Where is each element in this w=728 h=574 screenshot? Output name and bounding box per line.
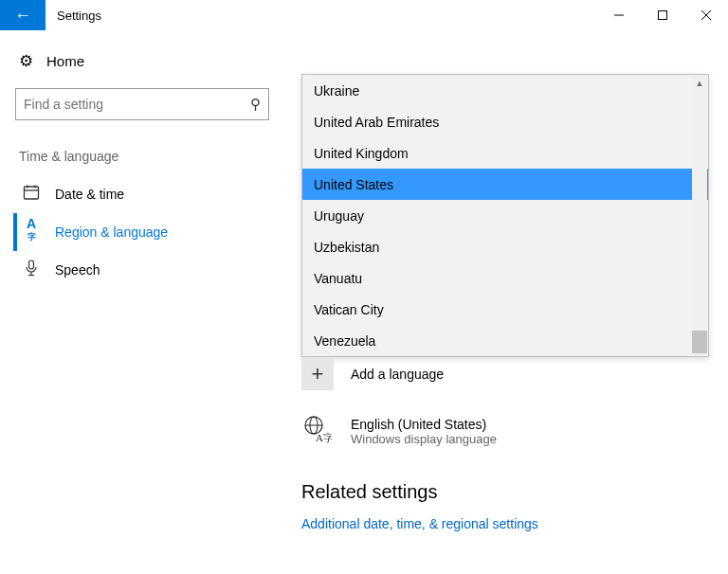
dropdown-item[interactable]: Uruguay <box>302 200 708 231</box>
content-pane: UkraineUnited Arab EmiratesUnited Kingdo… <box>284 30 728 574</box>
gear-icon: ⚙ <box>19 51 33 71</box>
below-dropdown: + Add a language A字 English (United Stat… <box>301 358 709 531</box>
add-language-label: Add a language <box>351 367 444 382</box>
add-language-button[interactable]: + Add a language <box>301 358 709 390</box>
window-controls <box>597 0 728 30</box>
back-arrow-icon: ← <box>14 6 31 26</box>
minimize-button[interactable] <box>597 0 641 30</box>
nav-group-label: Time & language <box>19 149 269 164</box>
dropdown-scrollbar[interactable]: ▲ <box>692 76 707 355</box>
current-language-text: English (United States) Windows display … <box>351 417 497 446</box>
dropdown-item[interactable]: Vatican City <box>302 294 708 325</box>
related-settings-heading: Related settings <box>301 481 709 503</box>
search-box[interactable]: ⚲ <box>15 88 269 120</box>
nav-item-label: Region & language <box>55 224 168 240</box>
main-area: ⚙ Home ⚲ Time & language Date & time A字 … <box>0 30 728 574</box>
region-dropdown-list[interactable]: UkraineUnited Arab EmiratesUnited Kingdo… <box>301 74 709 357</box>
nav-region-language[interactable]: A字 Region & language <box>13 213 269 251</box>
window-title: Settings <box>46 0 101 30</box>
nav-item-label: Date & time <box>55 187 124 202</box>
svg-rect-4 <box>25 187 39 199</box>
additional-settings-link[interactable]: Additional date, time, & regional settin… <box>301 516 709 531</box>
search-icon: ⚲ <box>250 96 261 113</box>
dropdown-item[interactable]: Venezuela <box>302 325 708 356</box>
home-label: Home <box>46 53 84 69</box>
globe-language-icon: A字 <box>301 415 334 447</box>
plus-icon: + <box>301 358 334 390</box>
scroll-thumb[interactable] <box>692 331 707 353</box>
svg-text:A字: A字 <box>316 432 332 443</box>
close-button[interactable] <box>684 0 728 30</box>
dropdown-item[interactable]: Vanuatu <box>302 262 708 294</box>
dropdown-item[interactable]: Uzbekistan <box>302 231 708 262</box>
sidebar: ⚙ Home ⚲ Time & language Date & time A字 … <box>0 30 284 574</box>
dropdown-item[interactable]: United Kingdom <box>302 137 708 169</box>
current-language-row[interactable]: A字 English (United States) Windows displ… <box>301 415 709 447</box>
svg-rect-8 <box>29 260 34 269</box>
search-input[interactable] <box>24 97 250 112</box>
clock-icon <box>23 184 40 205</box>
language-name: English (United States) <box>351 417 497 432</box>
language-status: Windows display language <box>351 432 497 446</box>
nav-speech[interactable]: Speech <box>13 251 269 289</box>
scroll-up-icon[interactable]: ▲ <box>692 76 707 91</box>
title-bar: ← Settings <box>0 0 728 30</box>
nav-item-label: Speech <box>55 262 100 278</box>
microphone-icon <box>23 260 40 280</box>
dropdown-item[interactable]: United Arab Emirates <box>302 106 708 137</box>
dropdown-item[interactable]: United States <box>302 169 708 200</box>
home-nav[interactable]: ⚙ Home <box>15 51 269 71</box>
svg-rect-1 <box>659 11 667 20</box>
nav-date-time[interactable]: Date & time <box>13 175 269 213</box>
back-button[interactable]: ← <box>0 0 46 30</box>
settings-window: ← Settings ⚙ Home ⚲ Time & langua <box>0 0 728 574</box>
maximize-button[interactable] <box>641 0 684 30</box>
dropdown-item[interactable]: Ukraine <box>302 75 708 106</box>
language-icon: A字 <box>23 216 40 248</box>
